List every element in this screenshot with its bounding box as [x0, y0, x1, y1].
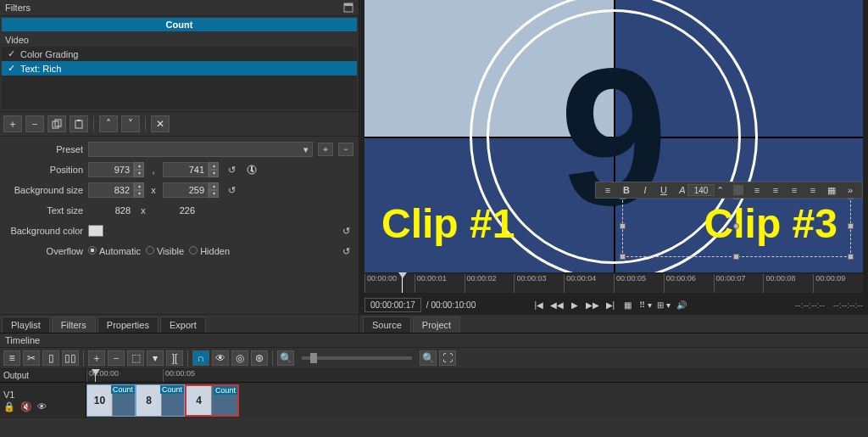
zoom-button[interactable]: ⠿ ▾ [638, 298, 654, 311]
italic-button[interactable]: I [637, 183, 654, 197]
disable-filter-button[interactable]: ✕ [151, 115, 170, 132]
spin-down-icon[interactable]: ▾ [134, 190, 144, 198]
tl-cut-button[interactable]: ✂ [23, 350, 40, 366]
tl-ripple-button[interactable]: ◎ [231, 350, 248, 366]
color-button[interactable] [730, 183, 747, 197]
preview-ruler[interactable]: 00:00:00 00:00:01 00:00:02 00:00:03 00:0… [364, 274, 863, 293]
rewind-button[interactable]: ◀◀ [549, 298, 565, 311]
filter-row[interactable]: ✓ Text: Rich [2, 61, 357, 76]
spin-down-icon[interactable]: ▾ [134, 170, 144, 177]
overflow-radio-visible[interactable]: Visible [146, 246, 184, 256]
keyframe-icon[interactable] [244, 162, 259, 177]
current-timecode[interactable]: 00:00:00:17 [364, 298, 421, 312]
preset-add-button[interactable]: ＋ [318, 143, 333, 156]
lock-icon[interactable]: 🔒 [3, 401, 15, 412]
align-left-button[interactable]: ≡ [748, 183, 765, 197]
text-selection-box[interactable] [622, 196, 851, 257]
textsize-h-input[interactable] [153, 203, 198, 218]
reset-bgcolor-icon[interactable]: ↺ [338, 223, 353, 238]
handle-icon[interactable] [620, 254, 626, 260]
mute-icon[interactable]: 🔇 [20, 401, 32, 412]
preset-remove-button[interactable]: － [338, 143, 353, 156]
tab-export[interactable]: Export [160, 317, 206, 333]
overflow-radio-automatic[interactable]: Automatic [88, 246, 141, 256]
preset-dropdown[interactable]: ▾ [88, 142, 313, 157]
paste-filter-button[interactable] [70, 115, 88, 132]
reset-position-icon[interactable]: ↺ [224, 162, 239, 177]
tl-zoomin-button[interactable]: 🔍 [420, 350, 437, 366]
tl-scrub-button[interactable]: 👁 [212, 350, 229, 366]
spin-up-icon[interactable]: ▴ [134, 182, 144, 190]
playhead-icon[interactable] [402, 274, 403, 293]
tab-project[interactable]: Project [413, 317, 460, 333]
tab-filters[interactable]: Filters [52, 317, 96, 333]
reset-bgsize-icon[interactable]: ↺ [224, 182, 239, 198]
font-size-input[interactable] [693, 183, 709, 197]
insert-button[interactable]: ▦ [823, 183, 840, 197]
reset-overflow-icon[interactable]: ↺ [338, 244, 353, 259]
add-filter-button[interactable]: ＋ [3, 115, 22, 132]
zoom-slider[interactable] [302, 356, 412, 360]
panel-close-icon[interactable] [343, 3, 353, 13]
timeline-clip[interactable]: 10 Count [86, 384, 136, 417]
handle-center-icon[interactable] [733, 223, 739, 229]
tab-properties[interactable]: Properties [97, 317, 159, 333]
spin-down-icon[interactable]: ▾ [209, 190, 219, 198]
handle-icon[interactable] [620, 223, 626, 229]
more-icon[interactable]: » [842, 183, 859, 197]
align-center-button[interactable]: ≡ [767, 183, 784, 197]
copy-filter-button[interactable] [47, 115, 66, 132]
play-button[interactable]: ▶ [567, 298, 582, 311]
forward-button[interactable]: ▶▶ [585, 298, 600, 311]
tl-overwrite-button[interactable]: ▾ [147, 350, 164, 366]
handle-icon[interactable] [733, 254, 739, 260]
tab-source[interactable]: Source [363, 317, 411, 333]
position-y-input[interactable] [163, 162, 209, 177]
skip-end-button[interactable]: ▶| [603, 298, 618, 311]
underline-button[interactable]: U [655, 183, 672, 197]
tl-paste-button[interactable]: ▯▯ [62, 350, 79, 366]
grid-button[interactable]: ⊞ ▾ [656, 298, 671, 311]
bgcolor-swatch[interactable] [88, 225, 103, 237]
filter-row[interactable]: ✓ Color Grading [2, 47, 357, 61]
textsize-w-input[interactable] [88, 203, 134, 218]
tl-rippleall-button[interactable]: ⊛ [251, 350, 268, 366]
bold-button[interactable]: B [618, 183, 635, 197]
align-justify-button[interactable]: ≡ [804, 183, 821, 197]
position-x-input[interactable] [88, 162, 134, 177]
spin-up-icon[interactable]: ▴ [209, 162, 219, 170]
tl-lift-button[interactable]: ⬚ [127, 350, 144, 366]
tl-playhead-icon[interactable] [95, 369, 96, 382]
tl-zoomout-button[interactable]: 🔍 [277, 350, 294, 366]
preview-viewport[interactable]: 9 Clip #1 Clip #3 [364, 0, 863, 272]
handle-icon[interactable] [848, 254, 854, 260]
spin-up-icon[interactable]: ▴ [209, 182, 219, 190]
bgsize-w-input[interactable] [88, 182, 134, 198]
skip-start-button[interactable]: |◀ [531, 298, 547, 311]
zoom-knob[interactable] [310, 353, 317, 363]
tab-playlist[interactable]: Playlist [2, 317, 50, 333]
tl-snap-button[interactable]: ∩ [192, 350, 209, 366]
align-right-button[interactable]: ≡ [786, 183, 803, 197]
overflow-radio-hidden[interactable]: Hidden [189, 246, 230, 256]
move-down-button[interactable]: ˅ [121, 115, 140, 132]
tl-copy-button[interactable]: ▯ [42, 350, 59, 366]
filter-check-icon[interactable]: ✓ [7, 63, 15, 74]
tl-menu-button[interactable]: ≡ [3, 350, 20, 366]
hide-icon[interactable]: 👁 [37, 401, 47, 412]
timeline-clip[interactable]: 4 Count [185, 384, 239, 417]
menu-icon[interactable]: ≡ [599, 183, 616, 197]
filter-check-icon[interactable]: ✓ [7, 48, 15, 59]
timeline-clip[interactable]: 8 Count [136, 384, 185, 417]
spin-down-icon[interactable]: ▾ [209, 170, 219, 177]
tl-append-button[interactable]: ＋ [88, 350, 105, 366]
volume-button[interactable]: 🔊 [674, 298, 689, 311]
track-row[interactable]: 10 Count 8 Count 4 Count [86, 383, 868, 418]
tl-split-button[interactable]: ][ [166, 350, 183, 366]
bgsize-h-input[interactable] [163, 182, 209, 198]
font-size-spin[interactable]: ⌃ [711, 183, 728, 197]
track-label[interactable]: V1 [3, 389, 14, 400]
tl-remove-button[interactable]: － [108, 350, 125, 366]
timeline-ruler[interactable]: 00:00:00 00:00:05 [86, 369, 868, 383]
spin-up-icon[interactable]: ▴ [134, 162, 144, 170]
